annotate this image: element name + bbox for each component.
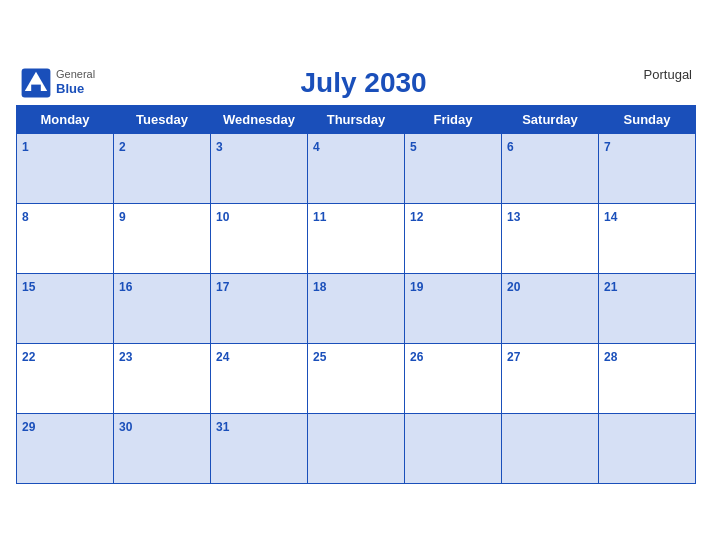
- calendar-cell: 30: [114, 413, 211, 483]
- day-number: 19: [410, 280, 423, 294]
- day-number: 24: [216, 350, 229, 364]
- day-number: 30: [119, 420, 132, 434]
- calendar-cell: 24: [211, 343, 308, 413]
- col-wednesday: Wednesday: [211, 105, 308, 133]
- calendar-title: July 2030: [95, 67, 632, 99]
- calendar-cell: 28: [599, 343, 696, 413]
- day-number: 18: [313, 280, 326, 294]
- calendar-cell: 23: [114, 343, 211, 413]
- day-number: 14: [604, 210, 617, 224]
- calendar-week-row: 293031: [17, 413, 696, 483]
- calendar-wrapper: General Blue July 2030 Portugal Monday T…: [16, 67, 696, 484]
- day-number: 2: [119, 140, 126, 154]
- calendar-thead: Monday Tuesday Wednesday Thursday Friday…: [17, 105, 696, 133]
- day-number: 6: [507, 140, 514, 154]
- calendar-cell: 29: [17, 413, 114, 483]
- logo-area: General Blue: [20, 67, 95, 99]
- calendar-week-row: 15161718192021: [17, 273, 696, 343]
- calendar-cell: [599, 413, 696, 483]
- calendar-cell: 26: [405, 343, 502, 413]
- day-number: 23: [119, 350, 132, 364]
- calendar-cell: 5: [405, 133, 502, 203]
- day-number: 1: [22, 140, 29, 154]
- col-sunday: Sunday: [599, 105, 696, 133]
- day-number: 21: [604, 280, 617, 294]
- calendar-cell: 16: [114, 273, 211, 343]
- calendar-cell: [405, 413, 502, 483]
- calendar-cell: 11: [308, 203, 405, 273]
- day-number: 20: [507, 280, 520, 294]
- day-number: 16: [119, 280, 132, 294]
- calendar-cell: 31: [211, 413, 308, 483]
- calendar-cell: 25: [308, 343, 405, 413]
- logo-blue-text: Blue: [56, 81, 95, 97]
- day-number: 8: [22, 210, 29, 224]
- calendar-cell: 1: [17, 133, 114, 203]
- calendar-cell: 3: [211, 133, 308, 203]
- calendar-week-row: 891011121314: [17, 203, 696, 273]
- calendar-week-row: 22232425262728: [17, 343, 696, 413]
- calendar-cell: 21: [599, 273, 696, 343]
- day-number: 25: [313, 350, 326, 364]
- col-monday: Monday: [17, 105, 114, 133]
- day-number: 13: [507, 210, 520, 224]
- svg-rect-2: [31, 84, 41, 90]
- day-number: 12: [410, 210, 423, 224]
- calendar-week-row: 1234567: [17, 133, 696, 203]
- logo-general-text: General: [56, 68, 95, 81]
- calendar-cell: 15: [17, 273, 114, 343]
- generalblue-logo-icon: [20, 67, 52, 99]
- calendar-cell: 7: [599, 133, 696, 203]
- calendar-grid: Monday Tuesday Wednesday Thursday Friday…: [16, 105, 696, 484]
- col-thursday: Thursday: [308, 105, 405, 133]
- calendar-cell: 2: [114, 133, 211, 203]
- day-number: 5: [410, 140, 417, 154]
- calendar-cell: 12: [405, 203, 502, 273]
- calendar-cell: 18: [308, 273, 405, 343]
- col-friday: Friday: [405, 105, 502, 133]
- day-number: 31: [216, 420, 229, 434]
- calendar-cell: 13: [502, 203, 599, 273]
- day-number: 9: [119, 210, 126, 224]
- col-saturday: Saturday: [502, 105, 599, 133]
- calendar-cell: 8: [17, 203, 114, 273]
- day-number: 22: [22, 350, 35, 364]
- day-number: 10: [216, 210, 229, 224]
- day-number: 29: [22, 420, 35, 434]
- calendar-cell: 20: [502, 273, 599, 343]
- day-number: 7: [604, 140, 611, 154]
- calendar-cell: [502, 413, 599, 483]
- day-number: 15: [22, 280, 35, 294]
- calendar-cell: 9: [114, 203, 211, 273]
- calendar-header: General Blue July 2030 Portugal: [16, 67, 696, 99]
- day-number: 17: [216, 280, 229, 294]
- calendar-cell: 19: [405, 273, 502, 343]
- calendar-cell: 27: [502, 343, 599, 413]
- calendar-cell: 14: [599, 203, 696, 273]
- calendar-cell: 6: [502, 133, 599, 203]
- day-number: 28: [604, 350, 617, 364]
- country-label: Portugal: [632, 67, 692, 82]
- day-number: 3: [216, 140, 223, 154]
- calendar-body: 1234567891011121314151617181920212223242…: [17, 133, 696, 483]
- calendar-cell: [308, 413, 405, 483]
- calendar-cell: 17: [211, 273, 308, 343]
- weekday-header-row: Monday Tuesday Wednesday Thursday Friday…: [17, 105, 696, 133]
- day-number: 27: [507, 350, 520, 364]
- col-tuesday: Tuesday: [114, 105, 211, 133]
- calendar-cell: 10: [211, 203, 308, 273]
- day-number: 11: [313, 210, 326, 224]
- calendar-cell: 22: [17, 343, 114, 413]
- day-number: 26: [410, 350, 423, 364]
- day-number: 4: [313, 140, 320, 154]
- calendar-cell: 4: [308, 133, 405, 203]
- logo-text: General Blue: [56, 68, 95, 97]
